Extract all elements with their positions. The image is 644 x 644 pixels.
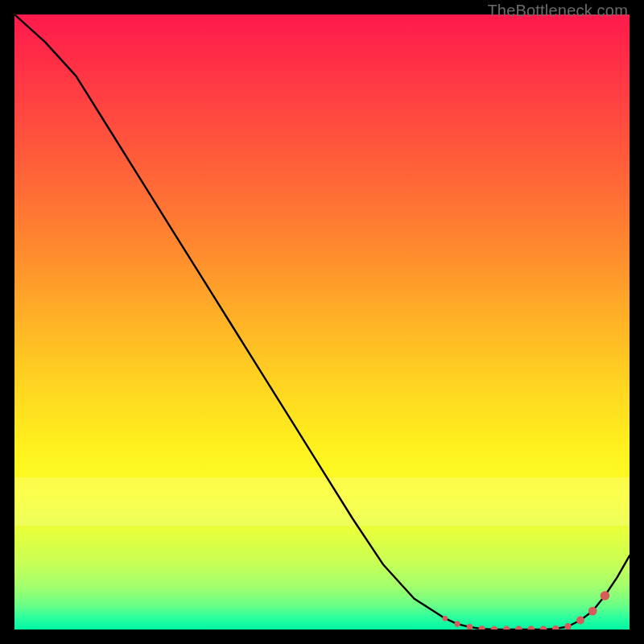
plot-area <box>14 14 630 630</box>
watermark-text: TheBottleneck.com <box>487 2 628 20</box>
chart-stage: TheBottleneck.com <box>0 0 644 644</box>
